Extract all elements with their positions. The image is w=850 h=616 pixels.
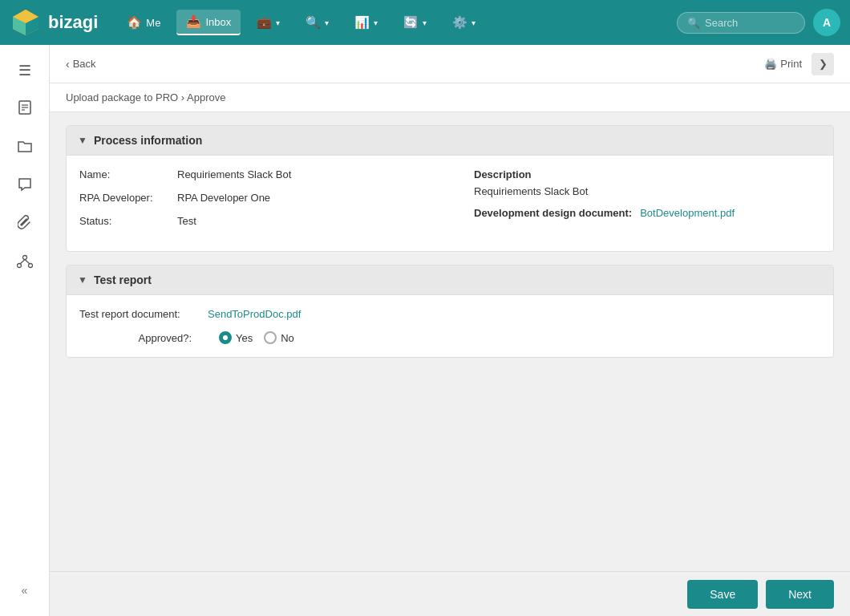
expand-icon: « [22,584,28,597]
radio-no-circle[interactable] [264,331,277,344]
test-section-header[interactable]: ▼ Test report [67,265,833,295]
test-section-body: Test report document: SendToProdDoc.pdf … [67,295,833,357]
status-field-row: Status: Test [79,215,450,227]
logo-icon [10,6,42,38]
settings-chevron-icon: ▾ [472,18,476,27]
sidebar-item-folders[interactable] [9,132,41,164]
back-button[interactable]: ‹ Back [66,58,96,71]
svg-line-11 [20,259,25,264]
tasks-icon: ☰ [18,62,31,79]
network-icon [17,254,33,273]
search-icon: 🔍 [687,17,700,29]
test-doc-link[interactable]: SendToProdDoc.pdf [208,308,301,320]
comment-icon [17,176,33,197]
logo-text: bizagi [48,12,98,33]
description-block: Description Requiriements Slack Bot [474,168,820,197]
folder-icon [17,139,33,157]
reports-chevron-icon: ▾ [374,18,378,27]
work-chevron-icon: ▾ [276,18,280,27]
sidebar: ☰ [0,45,50,616]
sidebar-item-tasks[interactable]: ☰ [9,55,41,87]
nav-inbox[interactable]: 📥 Inbox [176,10,241,35]
rpa-field-row: RPA Developer: RPA Developer One [79,192,450,204]
refresh-icon: 🔄 [403,15,419,30]
briefcase-icon: 💼 [257,15,272,30]
search-nav-icon: 🔍 [306,15,321,30]
top-bar: ‹ Back 🖨️ Print ❯ [50,45,850,83]
nav-settings[interactable]: ⚙️ ▾ [443,10,485,34]
sidebar-bottom: « [9,574,41,606]
svg-point-8 [22,255,26,259]
dev-doc-row: Development design document: BotDevelopm… [474,207,820,219]
test-report-section: ▼ Test report Test report document: Send… [66,265,834,358]
nav-updates[interactable]: 🔄 ▾ [394,10,436,34]
main-layout: ☰ [0,45,850,616]
inbox-icon: 📥 [186,14,201,29]
documents-icon [17,99,33,120]
updates-chevron-icon: ▾ [423,18,427,27]
collapse-button[interactable]: ❯ [812,53,834,75]
navbar: bizagi 🏠 Me 📥 Inbox 💼 ▾ 🔍 ▾ 📊 ▾ 🔄 ▾ ⚙️ ▾… [0,0,850,45]
sidebar-item-documents[interactable] [9,93,41,125]
print-button[interactable]: 🖨️ Print [764,58,802,70]
collapse-icon: ❯ [819,58,828,70]
process-section-body: Name: Requiriements Slack Bot RPA Develo… [67,156,833,251]
svg-point-9 [17,263,21,267]
sidebar-item-attachments[interactable] [9,209,41,241]
dev-doc-link[interactable]: BotDevelopment.pdf [640,207,735,219]
breadcrumb: Upload package to PRO › Approve [50,83,850,112]
svg-line-12 [25,259,30,264]
process-right-col: Description Requiriements Slack Bot Deve… [474,168,820,238]
sidebar-item-comments[interactable] [9,170,41,202]
radio-yes-circle[interactable] [219,331,232,344]
home-icon: 🏠 [127,15,142,30]
radio-no[interactable]: No [264,331,294,344]
chart-icon: 📊 [354,15,370,30]
navbar-right: 🔍 A [677,9,840,36]
search-input[interactable] [705,17,801,29]
search-bar[interactable]: 🔍 [677,12,805,34]
gear-icon: ⚙️ [452,15,468,30]
paperclip-icon [18,215,32,235]
search-chevron-icon: ▾ [325,18,329,27]
save-button[interactable]: Save [687,580,758,609]
process-collapse-icon[interactable]: ▼ [78,135,87,146]
nav-search[interactable]: 🔍 ▾ [296,10,338,34]
back-chevron-icon: ‹ [66,58,70,71]
test-collapse-icon[interactable]: ▼ [78,274,87,286]
avatar[interactable]: A [813,9,840,36]
content-area: ‹ Back 🖨️ Print ❯ Upload package to PRO … [50,45,850,616]
sidebar-item-connections[interactable] [9,247,41,279]
logo[interactable]: bizagi [10,6,98,38]
approved-row: Approved?: Yes No [79,331,820,344]
sidebar-expand-button[interactable]: « [9,574,41,606]
radio-yes[interactable]: Yes [219,331,253,344]
form-content: ▼ Process information Name: Requiriement… [50,125,850,571]
nav-reports[interactable]: 📊 ▾ [345,10,387,34]
test-doc-row: Test report document: SendToProdDoc.pdf [79,308,820,320]
process-section-header[interactable]: ▼ Process information [67,126,833,156]
nav-me[interactable]: 🏠 Me [117,10,170,34]
svg-point-10 [28,263,32,267]
process-information-section: ▼ Process information Name: Requiriement… [66,125,834,252]
bottom-bar: Save Next [50,571,850,616]
printer-icon: 🖨️ [764,58,777,70]
next-button[interactable]: Next [766,580,834,609]
name-field-row: Name: Requiriements Slack Bot [79,168,450,180]
process-left-col: Name: Requiriements Slack Bot RPA Develo… [79,168,450,238]
nav-work[interactable]: 💼 ▾ [247,10,289,34]
